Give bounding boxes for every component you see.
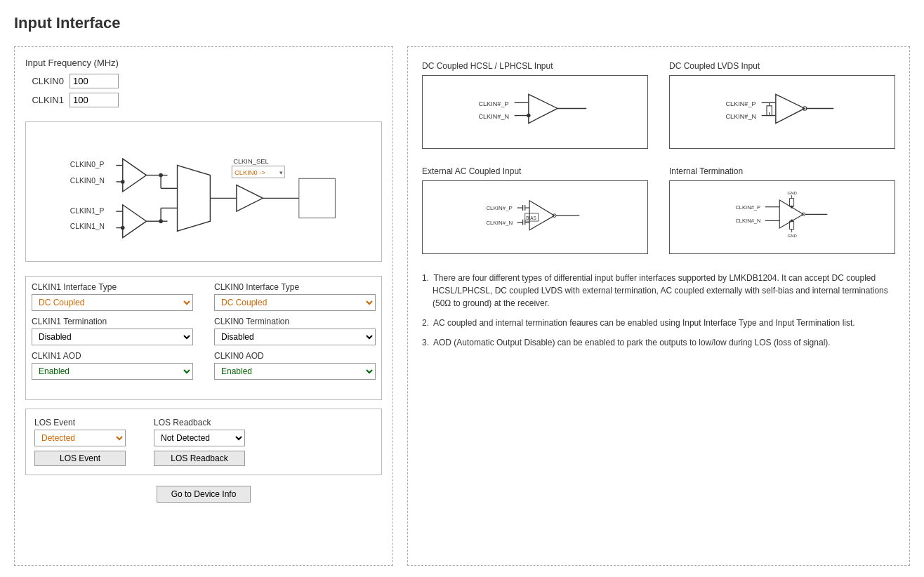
clkin1-interface-label: CLKIN1 Interface Type [32, 282, 193, 292]
buffer1 [123, 205, 147, 238]
clkin1-term-label: CLKIN1 Termination [32, 317, 193, 326]
clkin0-aod-select[interactable]: Enabled [214, 363, 376, 380]
controls-box: CLKIN1 Interface Type DC Coupled CLKIN0 … [25, 276, 382, 400]
svg-text:CLKIN#_N: CLKIN#_N [486, 220, 513, 226]
clkin-sel-label: CLKIN_SEL [233, 158, 268, 165]
svg-text:BIAS: BIAS [526, 215, 536, 220]
clkin1-interface-select[interactable]: DC Coupled [32, 294, 193, 311]
svg-text:CLKIN#_N: CLKIN#_N [735, 218, 760, 224]
clkin1-label: CLKIN1 [25, 95, 64, 105]
svg-text:CLKIN0 ->: CLKIN0 -> [235, 169, 265, 176]
buffer0 [123, 159, 147, 192]
svg-text:CLKIN#_P: CLKIN#_P [486, 205, 512, 211]
svg-text:▾: ▾ [279, 169, 283, 176]
svg-marker-20 [776, 94, 805, 123]
circuit-svg: CLKIN0_P CLKIN0_N CLKIN1_P CLKIN1_N [33, 129, 374, 254]
dc-hcsl-diagram: CLKIN#_P CLKIN#_N [422, 75, 648, 149]
svg-rect-44 [790, 199, 794, 206]
los-event-label: LOS Event [34, 418, 126, 427]
clkin1-aod-select[interactable]: Enabled [32, 363, 193, 380]
clkin0-term-select[interactable]: Disabled [214, 329, 376, 345]
notes-section: 1. There are four different types of dif… [422, 272, 895, 349]
clkin0-aod-group: CLKIN0 AOD Enabled [214, 351, 376, 380]
svg-text:GND: GND [788, 191, 798, 195]
note-2: 2. AC coupled and internal termination f… [422, 317, 895, 329]
freq-title: Input Frequency (MHz) [25, 58, 382, 68]
internal-term-svg: CLKIN#_P CLKIN#_N GND [675, 187, 889, 248]
internal-term-diagram: CLKIN#_P CLKIN#_N GND [669, 180, 895, 254]
controls-grid: CLKIN1 Interface Type DC Coupled CLKIN0 … [32, 282, 376, 380]
clkin0n-label: CLKIN0_N [70, 177, 105, 185]
svg-text:CLKIN#_N: CLKIN#_N [478, 113, 509, 120]
clkin0-interface-select[interactable]: DC Coupled [214, 294, 376, 311]
right-panel: DC Coupled HCSL / LPHCSL Input CLKIN#_P … [407, 46, 910, 566]
device-info-section: Go to Device Info [25, 486, 382, 503]
left-panel: Input Frequency (MHz) CLKIN0 CLKIN1 CLKI… [14, 46, 393, 566]
clkin1-term-group: CLKIN1 Termination Disabled [32, 317, 193, 345]
dc-hcsl-block: DC Coupled HCSL / LPHCSL Input CLKIN#_P … [422, 61, 648, 149]
svg-text:CLKIN#_P: CLKIN#_P [735, 204, 760, 211]
los-event-group: LOS Event Detected Not Detected LOS Even… [34, 418, 126, 466]
dc-lvds-svg: CLKIN#_P CLKIN#_N [675, 81, 889, 142]
clkin0-term-label: CLKIN0 Termination [214, 317, 376, 326]
los-readback-group: LOS Readback Not Detected Detected LOS R… [154, 418, 245, 466]
clkin0-label: CLKIN0 [25, 76, 64, 86]
clkin1-interface-group: CLKIN1 Interface Type DC Coupled [32, 282, 193, 311]
dc-hcsl-title: DC Coupled HCSL / LPHCSL Input [422, 61, 648, 71]
note-3: 3. AOD (Automatic Output Disable) can be… [422, 336, 895, 349]
los-readback-label: LOS Readback [154, 418, 245, 427]
freq-section: Input Frequency (MHz) CLKIN0 CLKIN1 [25, 58, 382, 107]
bottom-diagrams-row: External AC Coupled Input CLKIN#_P CLKIN… [422, 166, 895, 254]
svg-text:CLKIN#_P: CLKIN#_P [478, 100, 508, 107]
clkin0-term-group: CLKIN0 Termination Disabled [214, 317, 376, 345]
ac-coupled-title: External AC Coupled Input [422, 166, 648, 176]
clkin1-aod-group: CLKIN1 AOD Enabled [32, 351, 193, 380]
clkin1p-label: CLKIN1_P [70, 207, 105, 215]
buffer2 [237, 185, 263, 211]
dot-clk1n [121, 226, 125, 230]
dc-lvds-diagram: CLKIN#_P CLKIN#_N [669, 75, 895, 149]
page-title: Input Interface [14, 14, 910, 32]
clkin1-term-select[interactable]: Disabled [32, 329, 193, 345]
internal-term-block: Internal Termination CLKIN#_P CLKIN#_N G… [669, 166, 895, 254]
mux-body [178, 166, 211, 232]
los-readback-button[interactable]: LOS Readback [154, 451, 245, 466]
svg-marker-11 [529, 94, 557, 123]
clkin0-input[interactable] [70, 74, 119, 88]
clkin1-input[interactable] [70, 93, 119, 107]
dc-lvds-title: DC Coupled LVDS Input [669, 61, 895, 71]
circuit-diagram: CLKIN0_P CLKIN0_N CLKIN1_P CLKIN1_N [25, 121, 382, 262]
svg-text:CLKIN#_P: CLKIN#_P [725, 100, 755, 107]
clkin1-aod-label: CLKIN1 AOD [32, 351, 193, 361]
svg-text:CLKIN#_N: CLKIN#_N [725, 113, 756, 120]
svg-text:GND: GND [788, 234, 798, 238]
svg-rect-48 [790, 221, 794, 229]
dot-clk0n [121, 180, 125, 184]
top-diagrams-row: DC Coupled HCSL / LPHCSL Input CLKIN#_P … [422, 61, 895, 149]
clkin0p-label: CLKIN0_P [70, 161, 105, 168]
los-event-select[interactable]: Detected Not Detected [34, 430, 126, 446]
ac-coupled-diagram: CLKIN#_P CLKIN#_N BIAS [422, 180, 648, 254]
dc-hcsl-svg: CLKIN#_P CLKIN#_N [428, 81, 642, 142]
output-box [299, 178, 336, 218]
clkin0-interface-group: CLKIN0 Interface Type DC Coupled [214, 282, 376, 311]
los-event-button[interactable]: LOS Event [34, 451, 126, 466]
ac-coupled-svg: CLKIN#_P CLKIN#_N BIAS [428, 187, 642, 248]
clkin0-interface-label: CLKIN0 Interface Type [214, 282, 376, 292]
internal-term-title: Internal Termination [669, 166, 895, 176]
los-section: LOS Event Detected Not Detected LOS Even… [25, 409, 382, 475]
clkin1n-label: CLKIN1_N [70, 223, 105, 230]
clkin0-aod-label: CLKIN0 AOD [214, 351, 376, 361]
ac-coupled-block: External AC Coupled Input CLKIN#_P CLKIN… [422, 166, 648, 254]
los-readback-select[interactable]: Not Detected Detected [154, 430, 245, 446]
note-1: 1. There are four different types of dif… [422, 272, 895, 310]
dc-lvds-block: DC Coupled LVDS Input CLKIN#_P CLKIN#_N [669, 61, 895, 149]
go-device-info-button[interactable]: Go to Device Info [157, 486, 251, 503]
